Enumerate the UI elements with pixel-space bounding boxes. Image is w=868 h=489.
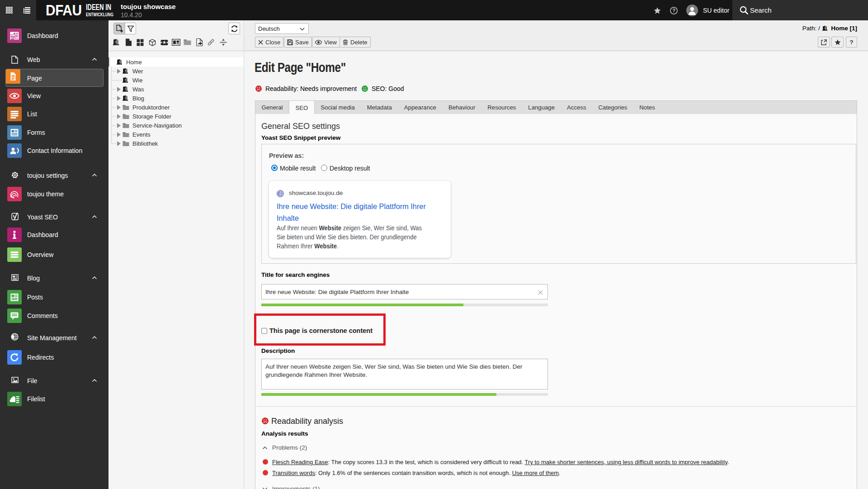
svg-text:Home: Home [126, 59, 142, 66]
svg-text:Blog: Blog [132, 95, 144, 102]
svg-text:Produktordner: Produktordner [132, 104, 170, 111]
svg-text:?: ? [672, 8, 675, 13]
svg-text:Storage Folder: Storage Folder [132, 113, 172, 120]
svg-text:Events: Events [132, 131, 151, 138]
svg-text:Wie: Wie [132, 77, 142, 84]
svg-text:Was: Was [132, 86, 144, 93]
svg-text:Bibliothek: Bibliothek [132, 140, 158, 147]
svg-text:Wer: Wer [132, 68, 143, 75]
svg-text:Service-Navigation: Service-Navigation [132, 122, 182, 129]
